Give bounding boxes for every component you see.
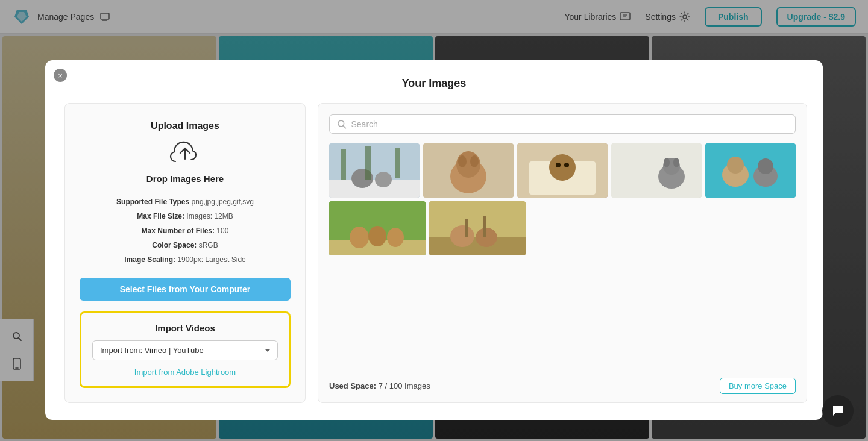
svg-rect-50: [465, 219, 468, 237]
chat-button[interactable]: [822, 395, 854, 427]
svg-rect-18: [341, 149, 346, 180]
image-thumb-2[interactable]: [423, 143, 514, 198]
svg-point-29: [556, 163, 561, 167]
image-thumb-5[interactable]: [705, 143, 796, 198]
used-space-value: 7 / 100 Images: [379, 381, 430, 390]
upload-cloud-icon: [169, 139, 201, 169]
svg-rect-15: [329, 180, 420, 198]
select-files-button[interactable]: Select Files from Your Computer: [80, 278, 291, 301]
svg-point-40: [758, 158, 773, 174]
svg-point-35: [673, 158, 679, 167]
svg-point-25: [470, 155, 479, 167]
svg-point-45: [387, 228, 404, 247]
svg-point-28: [549, 154, 576, 181]
image-thumb-6[interactable]: [329, 201, 426, 255]
modal-body: Upload Images Drop Images Here Supported…: [64, 103, 804, 403]
file-info: Supported File Types png,jpg,jpeg,gif,sv…: [116, 195, 254, 267]
images-panel: Used Space: 7 / 100 Images Buy more Spac…: [318, 103, 807, 403]
search-icon: [337, 119, 347, 129]
svg-point-43: [350, 227, 369, 248]
color-space-label: Color Space:: [152, 241, 197, 249]
svg-point-38: [727, 157, 744, 174]
max-file-size-label: Max File Size:: [137, 212, 184, 220]
svg-rect-31: [611, 143, 702, 198]
image-thumb-3[interactable]: [517, 143, 608, 198]
used-space: Used Space: 7 / 100 Images: [329, 381, 430, 390]
buy-more-space-button[interactable]: Buy more Space: [720, 378, 796, 394]
max-files-label: Max Number of Files:: [142, 227, 215, 235]
modal-close-button[interactable]: ×: [54, 69, 67, 82]
svg-rect-51: [483, 216, 486, 237]
svg-point-49: [476, 228, 497, 247]
svg-point-24: [458, 155, 467, 167]
image-scaling-label: Image Scaling:: [124, 255, 175, 264]
search-bar: [329, 114, 796, 134]
svg-rect-20: [395, 148, 400, 178]
svg-line-13: [344, 126, 346, 128]
file-types-label: Supported File Types: [116, 198, 189, 206]
images-row-1: [329, 143, 796, 198]
chat-icon: [831, 404, 845, 418]
svg-point-30: [564, 163, 569, 167]
svg-point-17: [375, 172, 392, 187]
upload-panel: Upload Images Drop Images Here Supported…: [64, 103, 306, 403]
import-lightroom-link[interactable]: Import from Adobe Lightroom: [92, 367, 278, 377]
image-thumb-1[interactable]: [329, 143, 420, 198]
images-footer: Used Space: 7 / 100 Images Buy more Spac…: [329, 378, 796, 394]
import-videos-title: Import Videos: [92, 323, 278, 333]
images-grid: [329, 143, 796, 369]
image-modal: × Your Images Upload Images Drop Images …: [45, 60, 823, 420]
modal-title: Your Images: [64, 77, 804, 90]
svg-rect-36: [705, 143, 796, 198]
svg-point-48: [450, 225, 474, 247]
upload-title: Upload Images: [151, 120, 219, 131]
import-videos-box: Import Videos Import from: Vimeo | YouTu…: [80, 311, 291, 388]
svg-rect-19: [365, 146, 371, 180]
image-thumb-7[interactable]: [429, 201, 526, 255]
image-thumb-4[interactable]: [611, 143, 702, 198]
svg-point-44: [368, 226, 386, 246]
drop-label: Drop Images Here: [146, 174, 224, 184]
used-space-label: Used Space:: [329, 381, 376, 390]
search-input[interactable]: [351, 119, 788, 129]
images-row-2: [329, 201, 796, 255]
svg-point-34: [664, 158, 670, 167]
import-select[interactable]: Import from: Vimeo | YouTube Import from…: [92, 340, 278, 360]
